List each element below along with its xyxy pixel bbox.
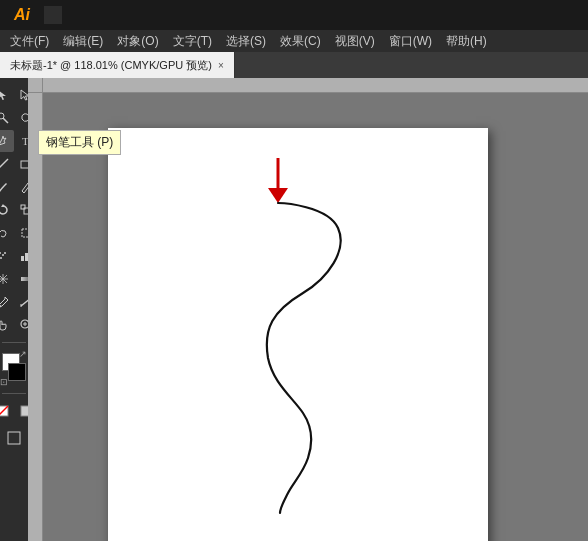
- svg-point-14: [4, 252, 6, 254]
- mode-buttons: [0, 398, 28, 424]
- tooltip-text: 钢笔工具 (P): [46, 135, 113, 149]
- canvas-svg: [108, 128, 488, 541]
- tab-bar: 未标题-1* @ 118.01% (CMYK/GPU 预览) ×: [0, 52, 588, 78]
- svg-marker-32: [268, 188, 288, 203]
- svg-rect-30: [8, 432, 20, 444]
- selection-tool[interactable]: [0, 84, 14, 106]
- change-screen-mode[interactable]: [3, 427, 25, 449]
- menu-file[interactable]: 文件(F): [4, 31, 55, 52]
- ruler-corner: [28, 78, 43, 93]
- reset-colors-icon[interactable]: ⊡: [0, 377, 8, 387]
- magic-wand-tool[interactable]: [0, 107, 14, 129]
- menu-view[interactable]: 视图(V): [329, 31, 381, 52]
- column-graph-tool[interactable]: [15, 245, 29, 267]
- menu-bar: 文件(F) 编辑(E) 对象(O) 文字(T) 选择(S) 效果(C) 视图(V…: [0, 30, 588, 52]
- ai-logo: Ai: [8, 6, 36, 24]
- title-bar: Ai: [0, 0, 588, 30]
- free-transform-tool[interactable]: [15, 222, 29, 244]
- menu-edit[interactable]: 编辑(E): [57, 31, 109, 52]
- svg-rect-6: [21, 161, 29, 168]
- menu-select[interactable]: 选择(S): [220, 31, 272, 52]
- lasso-tool[interactable]: [15, 107, 29, 129]
- screen-mode-buttons: [1, 425, 27, 451]
- svg-rect-0: [44, 6, 62, 24]
- pencil-tool[interactable]: [15, 176, 29, 198]
- scale-tool[interactable]: [15, 199, 29, 221]
- gradient-tool[interactable]: [15, 268, 29, 290]
- swap-colors-icon[interactable]: ↗: [19, 349, 27, 359]
- rotate-tool[interactable]: [0, 199, 14, 221]
- svg-rect-18: [21, 277, 29, 281]
- document-tab[interactable]: 未标题-1* @ 118.01% (CMYK/GPU 预览) ×: [0, 52, 235, 78]
- direct-selection-tool[interactable]: [15, 84, 29, 106]
- menu-effect[interactable]: 效果(C): [274, 31, 327, 52]
- tab-title: 未标题-1* @ 118.01% (CMYK/GPU 预览): [10, 58, 212, 73]
- svg-line-20: [21, 298, 29, 306]
- hand-tool[interactable]: [0, 314, 14, 336]
- ruler-top: [43, 78, 588, 93]
- paintbrush-tool[interactable]: [0, 176, 14, 198]
- none-color[interactable]: [0, 400, 14, 422]
- ruler-left: [28, 93, 43, 541]
- menu-window[interactable]: 窗口(W): [383, 31, 438, 52]
- svg-line-5: [0, 159, 8, 169]
- symbol-sprayer-tool[interactable]: [0, 245, 14, 267]
- app-icon: [44, 6, 62, 24]
- warp-tool[interactable]: [0, 222, 14, 244]
- pen-tool-tooltip: 钢笔工具 (P): [38, 130, 121, 155]
- toolbar-divider: [2, 342, 26, 343]
- svg-point-11: [0, 252, 1, 254]
- document-canvas[interactable]: [108, 128, 488, 541]
- svg-rect-15: [21, 256, 24, 261]
- background-color[interactable]: [8, 363, 26, 381]
- toolbar-grid: T: [0, 82, 28, 338]
- toolbar-divider-2: [2, 393, 26, 394]
- menu-help[interactable]: 帮助(H): [440, 31, 493, 52]
- toolbar: T: [0, 78, 28, 541]
- svg-rect-29: [21, 406, 29, 416]
- menu-type[interactable]: 文字(T): [167, 31, 218, 52]
- measure-tool[interactable]: [15, 291, 29, 313]
- line-tool[interactable]: [0, 153, 14, 175]
- type-tool[interactable]: T: [15, 130, 29, 152]
- tab-close-button[interactable]: ×: [218, 60, 224, 71]
- eyedropper-tool[interactable]: [0, 291, 14, 313]
- svg-line-1: [3, 118, 8, 123]
- menu-object[interactable]: 对象(O): [111, 31, 164, 52]
- pen-tool[interactable]: [0, 130, 14, 152]
- rectangle-tool[interactable]: [15, 153, 29, 175]
- svg-point-13: [0, 257, 2, 259]
- svg-point-12: [2, 254, 4, 256]
- color-mode[interactable]: [15, 400, 29, 422]
- svg-point-2: [0, 113, 4, 119]
- svg-point-3: [2, 136, 4, 138]
- zoom-tool[interactable]: [15, 314, 29, 336]
- mesh-tool[interactable]: [0, 268, 14, 290]
- color-area: ↗ ⊡: [0, 349, 28, 387]
